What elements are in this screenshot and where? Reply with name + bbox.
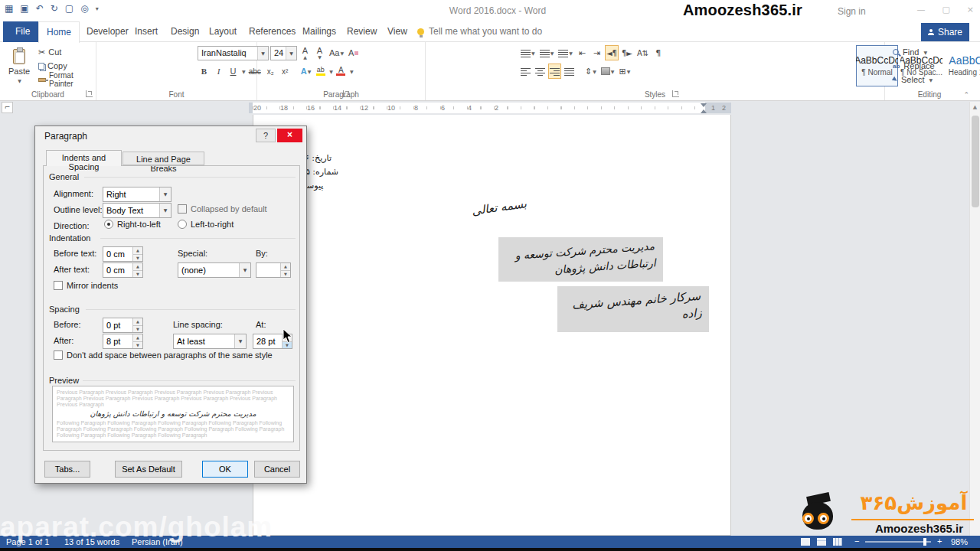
web-layout-icon[interactable] bbox=[833, 538, 842, 546]
zoom-slider[interactable] bbox=[865, 541, 931, 543]
clipboard-group-label: Clipboard bbox=[0, 90, 96, 99]
restore-icon[interactable]: ▢ bbox=[942, 5, 949, 15]
group-clipboard: Paste ▼ ✂Cut Copy Format Painter Clipboa… bbox=[0, 42, 96, 100]
tell-me-label: Tell me what you want to do bbox=[429, 26, 542, 37]
quick-access-toolbar: ▦ ▣ ↶ ↻ ▢ ◎ ▾ bbox=[5, 3, 99, 14]
undo-icon[interactable]: ↶ bbox=[36, 3, 44, 14]
group-font: IranNastaliq ▼ 24 ▼ A▲ A▼ Aa▼ A B I U▼ a… bbox=[96, 42, 257, 100]
document-title: Word 2016.docx - Word bbox=[398, 5, 597, 16]
site-logo: آموزش۳۶۵ Amoozesh365.ir bbox=[787, 485, 977, 536]
tab-mailings[interactable]: Mailings bbox=[295, 21, 344, 42]
group-styles: AaBbCcDc¶ Normal AaBbCcDc¶ No Spac... Aa… bbox=[426, 42, 885, 100]
zoom-in-button[interactable]: + bbox=[937, 536, 942, 546]
dropdown-arrow-icon[interactable]: ▼ bbox=[242, 69, 246, 74]
tab-view[interactable]: View bbox=[380, 21, 415, 42]
owl-mascot-icon bbox=[796, 496, 839, 531]
close-window-icon[interactable]: × bbox=[967, 5, 974, 15]
lightbulb-icon bbox=[417, 28, 424, 35]
besmellah-text[interactable]: بسمه تعالی bbox=[471, 197, 528, 218]
redo-icon[interactable]: ↻ bbox=[51, 3, 58, 14]
scroll-up-icon[interactable]: ▲ bbox=[970, 102, 980, 110]
ribbon-tab-row: File Home Developer Insert Design Layout… bbox=[0, 21, 980, 42]
styles-group-label: Styles bbox=[426, 90, 884, 99]
selected-text-block-2[interactable]: سرکار خانم مهندس شریف زاده bbox=[557, 286, 709, 332]
view-mode-buttons bbox=[801, 538, 849, 547]
word-window: ▦ ▣ ↶ ↻ ▢ ◎ ▾ Word 2016.docx - Word Amoo… bbox=[0, 0, 980, 551]
ok-button[interactable]: OK bbox=[202, 461, 248, 478]
select-cursor-icon bbox=[892, 77, 898, 83]
print-layout-icon[interactable] bbox=[817, 538, 826, 546]
vertical-scrollbar[interactable]: ▲ bbox=[969, 102, 980, 536]
document-page[interactable]: تاریخ: ۹۴/۱۲/۰۶ شماره: ۲۵۵/م/۹۴ پیوست: ن… bbox=[253, 115, 731, 536]
save-icon[interactable]: ▣ bbox=[20, 3, 28, 14]
title-bar: ▦ ▣ ↶ ↻ ▢ ◎ ▾ Word 2016.docx - Word Amoo… bbox=[0, 0, 980, 21]
watermark-text: aparat.com/gholam bbox=[0, 511, 273, 543]
find-button[interactable]: Find▼ bbox=[888, 45, 935, 59]
dropdown-arrow-icon: ▼ bbox=[18, 78, 21, 83]
copy-icon bbox=[38, 63, 44, 70]
editing-group-label: Editing bbox=[885, 90, 974, 99]
ruler-text-area bbox=[253, 103, 705, 113]
set-as-default-button[interactable]: Set As Default bbox=[115, 461, 182, 478]
ruler: ⌐ 20 18 16 14 12 10 8 6 4 2 1 2 bbox=[0, 101, 980, 115]
touch-mode-icon[interactable]: ◎ bbox=[80, 3, 88, 14]
person-icon bbox=[928, 29, 934, 35]
ribbon: Paste ▼ ✂Cut Copy Format Painter Clipboa… bbox=[0, 42, 980, 101]
replace-icon: ab bbox=[893, 63, 900, 70]
zoom-percent[interactable]: 98% bbox=[951, 537, 968, 546]
mouse-cursor bbox=[283, 328, 293, 346]
tab-home[interactable]: Home bbox=[38, 21, 80, 43]
minimize-icon[interactable]: — bbox=[916, 5, 925, 15]
tab-design[interactable]: Design bbox=[163, 21, 207, 42]
dialog-close-button[interactable]: × bbox=[277, 129, 302, 142]
paste-clipboard-icon bbox=[13, 49, 25, 64]
dialog-title: Paragraph bbox=[44, 131, 87, 142]
tell-me-box[interactable]: Tell me what you want to do bbox=[417, 26, 542, 37]
selected-text-block-1[interactable]: مدیریت محترم شرکت توسعه و ارتباطات دانش … bbox=[498, 237, 663, 282]
clipboard-dialog-launcher-icon[interactable] bbox=[86, 90, 93, 97]
bold-button[interactable]: B bbox=[198, 64, 211, 79]
read-mode-icon[interactable] bbox=[801, 538, 810, 546]
replace-button[interactable]: abReplace bbox=[888, 59, 935, 73]
collapse-ribbon-icon[interactable]: ⌃ bbox=[963, 91, 969, 99]
new-doc-icon[interactable]: ▢ bbox=[65, 3, 74, 14]
horizontal-ruler[interactable]: 20 18 16 14 12 10 8 6 4 2 1 2 bbox=[249, 103, 731, 113]
tabs-button[interactable]: Tabs... bbox=[44, 461, 90, 478]
group-paragraph: ▼ ▼ ▼ ⇤ ⇥ ◄¶ ¶► A⇅ ¶ ⇕▼ ▼ ⊞▼ Paragraph bbox=[257, 42, 426, 100]
tab-indents-and-spacing[interactable]: Indents and Spacing bbox=[46, 150, 122, 166]
format-painter-icon bbox=[38, 78, 46, 82]
scissors-icon: ✂ bbox=[38, 47, 45, 57]
format-painter-button[interactable]: Format Painter bbox=[37, 73, 96, 86]
logo-site-url: Amoozesh365.ir bbox=[875, 522, 963, 535]
app-menu-icon[interactable]: ▦ bbox=[5, 3, 13, 14]
tab-file[interactable]: File bbox=[3, 21, 42, 42]
paragraph-group-label: Paragraph bbox=[257, 90, 425, 99]
tab-stop-selector[interactable]: ⌐ bbox=[2, 102, 13, 113]
window-controls: — ▢ × bbox=[916, 5, 974, 15]
zoom-slider-thumb[interactable] bbox=[923, 538, 926, 546]
share-button[interactable]: Share bbox=[921, 23, 969, 41]
tab-line-and-page-breaks[interactable]: Line and Page Breaks bbox=[122, 152, 204, 165]
logo-underline bbox=[851, 519, 974, 520]
branding-text: Amoozesh365.ir bbox=[674, 2, 812, 19]
group-editing: Find▼ abReplace Select▼ Editing ⌃ bbox=[885, 42, 974, 100]
paragraph-dialog: Paragraph ? × Indents and Spacing Line a… bbox=[34, 126, 307, 484]
underline-button[interactable]: U bbox=[227, 64, 240, 79]
zoom-out-button[interactable]: − bbox=[854, 536, 859, 546]
tab-layout[interactable]: Layout bbox=[201, 21, 244, 42]
dialog-help-button[interactable]: ? bbox=[256, 129, 276, 142]
tab-insert[interactable]: Insert bbox=[127, 21, 165, 42]
cut-button[interactable]: ✂Cut bbox=[37, 45, 96, 59]
bottom-black-strip bbox=[0, 548, 980, 551]
italic-button[interactable]: I bbox=[212, 64, 225, 79]
indent-marker[interactable] bbox=[700, 103, 707, 113]
sign-in-link[interactable]: Sign in bbox=[838, 6, 866, 17]
scrollbar-thumb[interactable] bbox=[972, 116, 979, 207]
qat-customize-icon[interactable]: ▾ bbox=[96, 5, 99, 12]
cancel-button[interactable]: Cancel bbox=[254, 461, 300, 478]
tab-review[interactable]: Review bbox=[339, 21, 384, 42]
logo-persian-text: آموزش۳۶۵ bbox=[851, 491, 977, 514]
paste-button[interactable]: Paste ▼ bbox=[5, 44, 34, 87]
search-icon bbox=[893, 49, 899, 55]
select-button[interactable]: Select▼ bbox=[888, 73, 935, 86]
